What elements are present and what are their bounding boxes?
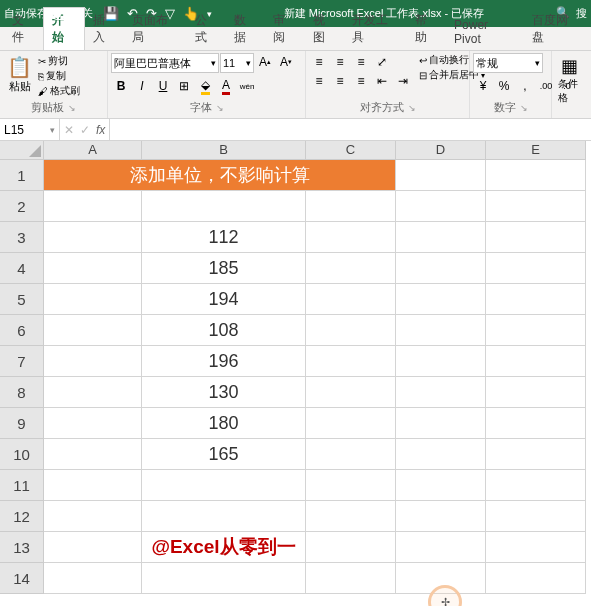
cell[interactable] bbox=[486, 222, 586, 253]
cell[interactable] bbox=[396, 222, 486, 253]
cell[interactable] bbox=[44, 253, 142, 284]
underline-button[interactable]: U bbox=[153, 77, 173, 95]
cell[interactable] bbox=[306, 439, 396, 470]
name-box[interactable]: L15 ▾ bbox=[0, 119, 60, 140]
decrease-indent-button[interactable]: ⇤ bbox=[372, 72, 392, 90]
align-right-button[interactable]: ≡ bbox=[351, 72, 371, 90]
enter-icon[interactable]: ✓ bbox=[80, 123, 90, 137]
cell[interactable] bbox=[44, 470, 142, 501]
cell[interactable] bbox=[44, 284, 142, 315]
fx-icon[interactable]: fx bbox=[96, 123, 105, 137]
align-left-button[interactable]: ≡ bbox=[309, 72, 329, 90]
cell[interactable] bbox=[306, 284, 396, 315]
currency-button[interactable]: ¥ bbox=[473, 77, 493, 95]
cell[interactable]: 180 bbox=[142, 408, 306, 439]
cell[interactable] bbox=[306, 377, 396, 408]
tab-百度网盘[interactable]: 百度网盘 bbox=[524, 8, 587, 50]
dialog-launcher-icon[interactable]: ↘ bbox=[520, 103, 528, 113]
cell[interactable]: 185 bbox=[142, 253, 306, 284]
align-center-button[interactable]: ≡ bbox=[330, 72, 350, 90]
format-painter-button[interactable]: 🖌格式刷 bbox=[38, 84, 80, 98]
number-format-select[interactable]: 常规▾ bbox=[473, 53, 543, 73]
dialog-launcher-icon[interactable]: ↘ bbox=[216, 103, 224, 113]
cell[interactable]: 130 bbox=[142, 377, 306, 408]
dialog-launcher-icon[interactable]: ↘ bbox=[408, 103, 416, 113]
cell[interactable] bbox=[306, 408, 396, 439]
row-header-5[interactable]: 5 bbox=[0, 284, 44, 315]
cell[interactable] bbox=[306, 253, 396, 284]
tab-帮助[interactable]: 帮助 bbox=[407, 8, 446, 50]
cell[interactable] bbox=[486, 439, 586, 470]
cell[interactable] bbox=[396, 284, 486, 315]
align-middle-button[interactable]: ≡ bbox=[330, 53, 350, 71]
cell[interactable] bbox=[142, 191, 306, 222]
paste-button[interactable]: 📋 粘贴 bbox=[3, 53, 36, 96]
cell[interactable] bbox=[44, 377, 142, 408]
cell[interactable] bbox=[486, 284, 586, 315]
copy-button[interactable]: ⎘复制 bbox=[38, 69, 80, 83]
tab-公式[interactable]: 公式 bbox=[187, 8, 226, 50]
cell[interactable] bbox=[142, 501, 306, 532]
conditional-format-button[interactable]: ▦ 条件格 bbox=[555, 53, 583, 107]
cell[interactable] bbox=[44, 315, 142, 346]
tab-文件[interactable]: 文件 bbox=[4, 8, 43, 50]
dialog-launcher-icon[interactable]: ↘ bbox=[68, 103, 76, 113]
tab-开发工具[interactable]: 开发工具 bbox=[344, 8, 407, 50]
row-header-11[interactable]: 11 bbox=[0, 470, 44, 501]
cell[interactable] bbox=[396, 501, 486, 532]
cell[interactable]: 194 bbox=[142, 284, 306, 315]
column-header-B[interactable]: B bbox=[142, 141, 306, 160]
cell[interactable]: 196 bbox=[142, 346, 306, 377]
cell[interactable]: 165 bbox=[142, 439, 306, 470]
cell[interactable] bbox=[486, 160, 586, 191]
cell[interactable] bbox=[486, 377, 586, 408]
row-header-14[interactable]: 14 bbox=[0, 563, 44, 594]
percent-button[interactable]: % bbox=[494, 77, 514, 95]
row-header-10[interactable]: 10 bbox=[0, 439, 44, 470]
cell[interactable] bbox=[142, 563, 306, 594]
cell[interactable] bbox=[396, 563, 486, 594]
cell[interactable] bbox=[486, 191, 586, 222]
tab-Power Pivot[interactable]: Power Pivot bbox=[446, 14, 524, 50]
tab-插入[interactable]: 插入 bbox=[85, 8, 124, 50]
cell[interactable] bbox=[306, 191, 396, 222]
tab-页面布局[interactable]: 页面布局 bbox=[124, 8, 187, 50]
row-header-7[interactable]: 7 bbox=[0, 346, 44, 377]
cell[interactable] bbox=[396, 470, 486, 501]
cell[interactable] bbox=[44, 439, 142, 470]
cell[interactable] bbox=[306, 346, 396, 377]
comma-button[interactable]: , bbox=[515, 77, 535, 95]
column-header-D[interactable]: D bbox=[396, 141, 486, 160]
cell[interactable] bbox=[486, 501, 586, 532]
cell[interactable] bbox=[44, 563, 142, 594]
cut-button[interactable]: ✂剪切 bbox=[38, 54, 80, 68]
column-header-E[interactable]: E bbox=[486, 141, 586, 160]
row-header-9[interactable]: 9 bbox=[0, 408, 44, 439]
cell[interactable] bbox=[396, 315, 486, 346]
font-name-select[interactable]: 阿里巴巴普惠体▾ bbox=[111, 53, 219, 73]
cell[interactable] bbox=[44, 346, 142, 377]
fill-color-button[interactable]: ⬙ bbox=[195, 77, 215, 95]
cell[interactable] bbox=[44, 532, 142, 563]
cell[interactable] bbox=[486, 408, 586, 439]
border-button[interactable]: ⊞ bbox=[174, 77, 194, 95]
tab-视图[interactable]: 视图 bbox=[305, 8, 344, 50]
cell[interactable] bbox=[396, 439, 486, 470]
orientation-button[interactable]: ⤢ bbox=[372, 53, 392, 71]
column-header-A[interactable]: A bbox=[44, 141, 142, 160]
cell[interactable] bbox=[306, 222, 396, 253]
cell[interactable]: 112 bbox=[142, 222, 306, 253]
cell[interactable] bbox=[44, 408, 142, 439]
cell[interactable] bbox=[486, 346, 586, 377]
tab-审阅[interactable]: 审阅 bbox=[265, 8, 304, 50]
increase-indent-button[interactable]: ⇥ bbox=[393, 72, 413, 90]
cell[interactable] bbox=[486, 532, 586, 563]
cancel-icon[interactable]: ✕ bbox=[64, 123, 74, 137]
font-color-button[interactable]: A bbox=[216, 77, 236, 95]
cell[interactable] bbox=[44, 222, 142, 253]
row-header-8[interactable]: 8 bbox=[0, 377, 44, 408]
cell[interactable] bbox=[306, 501, 396, 532]
cell[interactable] bbox=[486, 470, 586, 501]
cell[interactable]: @Excel从零到一 bbox=[142, 532, 306, 563]
cell[interactable] bbox=[396, 253, 486, 284]
